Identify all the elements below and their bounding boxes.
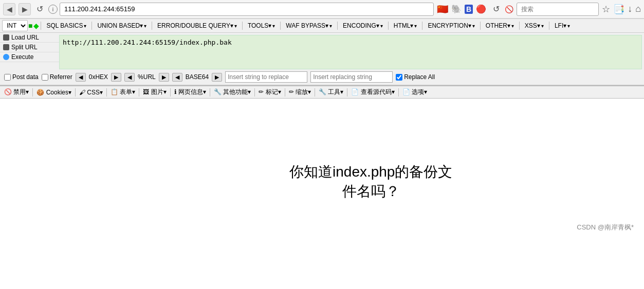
load-url-button[interactable]: Load URL (0, 33, 59, 43)
hackbar: INT ■ ◆ SQL BASICS UNION BASED▾ ERROR/DO… (0, 19, 644, 86)
pcturl-label: %URL (138, 73, 156, 81)
menu-sep-1 (41, 22, 41, 30)
split-url-label: Split URL (11, 44, 38, 51)
star-icon[interactable]: ☆ (602, 4, 610, 15)
base64-left-arrow[interactable] (172, 73, 182, 82)
menu-lfi[interactable]: LFI▾ (550, 21, 574, 31)
info-icon[interactable]: i (48, 5, 58, 14)
addon-sep-5 (170, 88, 171, 97)
back-button[interactable]: ◀ (3, 3, 15, 15)
menu-sep-2 (91, 22, 92, 30)
menu-union-based[interactable]: UNION BASED▾ (93, 21, 151, 31)
addon-sep-2 (75, 88, 76, 97)
menu-html[interactable]: HTML▾ (390, 21, 421, 31)
addon-cookies[interactable]: 🍪 Cookies▾ (34, 88, 73, 97)
addon-sep-11 (398, 88, 399, 97)
addon-other[interactable]: 🔧 其他功能▾ (212, 87, 253, 97)
hackbar-menu: INT ■ ◆ SQL BASICS UNION BASED▾ ERROR/DO… (0, 19, 644, 33)
main-text: 你知道index.php的备份文件名吗？ (289, 162, 452, 201)
menu-sep-6 (337, 22, 338, 30)
addon-pageinfo[interactable]: ℹ 网页信息▾ (172, 87, 208, 97)
url-side-wrapper: Load URL Split URL Execute http://111.20… (0, 33, 644, 69)
reload-button[interactable]: ↺ (34, 4, 45, 15)
addon-options[interactable]: 📄 选项▾ (400, 87, 429, 97)
addon-sep-1 (32, 88, 33, 97)
main-content: 你知道index.php的备份文件名吗？ CSDN @南岸青枫* (0, 99, 644, 242)
action-row: Post data Referrer 0xHEX %URL BASE64 Rep… (0, 69, 644, 85)
pcturl-left-arrow[interactable] (124, 73, 135, 82)
menu-sep-5 (280, 22, 281, 30)
menu-xss[interactable]: XSS▾ (521, 21, 548, 31)
addon-source[interactable]: 📄 查看源代码▾ (349, 87, 396, 97)
menu-other[interactable]: OTHER▾ (482, 21, 518, 31)
addon-sep-8 (285, 88, 285, 97)
base64-label: BASE64 (186, 73, 209, 81)
replace-all-label[interactable]: Replace All (396, 73, 435, 81)
green-diamond: ◆ (33, 22, 39, 30)
download-icon[interactable]: ↓ (628, 4, 632, 14)
base64-right-arrow[interactable] (212, 73, 222, 82)
addon-forms[interactable]: 📋 表单▾ (108, 87, 137, 97)
menu-tools[interactable]: TOOLS▾ (244, 21, 279, 31)
insert-replacing-input[interactable] (310, 71, 393, 83)
execute-button[interactable]: Execute (0, 52, 59, 62)
watermark: CSDN @南岸青枫* (577, 223, 634, 232)
int-select[interactable]: INT (2, 20, 28, 31)
addon-sep-3 (106, 88, 107, 97)
home-icon[interactable]: ⌂ (635, 4, 641, 14)
manage-bookmarks-icon[interactable]: 📑 (613, 4, 624, 15)
split-icon (3, 44, 9, 50)
menu-waf-bypass[interactable]: WAF BYPASS▾ (282, 21, 336, 31)
addon-sep-7 (254, 88, 255, 97)
referrer-label[interactable]: Referrer (42, 73, 72, 81)
url-textarea[interactable]: http://111.200.241.244:65159/index.php.b… (63, 38, 638, 64)
pcturl-right-arrow[interactable] (159, 73, 169, 82)
b-icon: B (465, 5, 473, 14)
address-bar-container: i (48, 3, 434, 16)
addon-sep-6 (210, 88, 210, 97)
menu-sep-10 (519, 22, 520, 30)
side-col: Load URL Split URL Execute (0, 33, 59, 69)
search-input[interactable] (517, 3, 599, 16)
menu-sep-4 (242, 22, 243, 30)
post-data-checkbox[interactable] (4, 74, 11, 81)
addon-zoom[interactable]: ✏ 缩放▾ (287, 87, 313, 97)
oxhex-right-arrow[interactable] (111, 73, 121, 82)
menu-encryption[interactable]: ENCRYPTION▾ (424, 21, 479, 31)
ubuntu-icon: 🔴 (475, 3, 487, 15)
load-icon (3, 34, 9, 41)
execute-label: Execute (11, 53, 33, 61)
post-data-label[interactable]: Post data (4, 73, 39, 81)
menu-sep-3 (152, 22, 152, 30)
insert-replace-input[interactable] (225, 71, 307, 83)
addon-toolbar: 🚫 禁用▾ 🍪 Cookies▾ 🖌 CSS▾ 📋 表单▾ 🖼 图片▾ ℹ 网页… (0, 86, 644, 99)
addon-disable[interactable]: 🚫 禁用▾ (2, 87, 31, 97)
green-square: ■ (28, 22, 32, 30)
split-url-button[interactable]: Split URL (0, 43, 59, 52)
forward-button[interactable]: ▶ (19, 3, 31, 15)
menu-sep-11 (549, 22, 549, 30)
menu-sep-9 (480, 22, 481, 30)
referrer-checkbox[interactable] (42, 74, 48, 81)
addon-images[interactable]: 🖼 图片▾ (141, 87, 168, 97)
stop-button[interactable]: 🚫 (505, 5, 513, 13)
addon-sep-10 (347, 88, 347, 97)
addon-css[interactable]: 🖌 CSS▾ (77, 88, 105, 97)
nav-bar: ◀ ▶ ↺ i 🇨🇳 🐘 B 🔴 ↺ 🚫 ☆ 📑 ↓ ⌂ (0, 0, 644, 18)
execute-icon (3, 54, 9, 60)
menu-encoding[interactable]: ENCODING▾ (339, 21, 387, 31)
refresh-button[interactable]: ↺ (490, 4, 502, 15)
oxhex-left-arrow[interactable] (76, 73, 86, 82)
php-icon: 🐘 (450, 3, 463, 15)
oxhex-label: 0xHEX (89, 73, 108, 81)
menu-error-double[interactable]: ERROR/DOUBLE QUERY▾ (153, 21, 241, 31)
bookmark-icons: ☆ 📑 ↓ ⌂ (602, 4, 641, 15)
addon-tools[interactable]: 🔧 工具▾ (317, 87, 345, 97)
address-input[interactable] (60, 3, 434, 16)
addon-mark[interactable]: ✏ 标记▾ (256, 87, 283, 97)
load-url-label: Load URL (11, 34, 39, 41)
replace-all-checkbox[interactable] (396, 74, 402, 81)
addon-sep-9 (315, 88, 315, 97)
menu-sql-basics[interactable]: SQL BASICS (42, 21, 90, 31)
url-area: http://111.200.241.244:65159/index.php.b… (59, 35, 642, 69)
